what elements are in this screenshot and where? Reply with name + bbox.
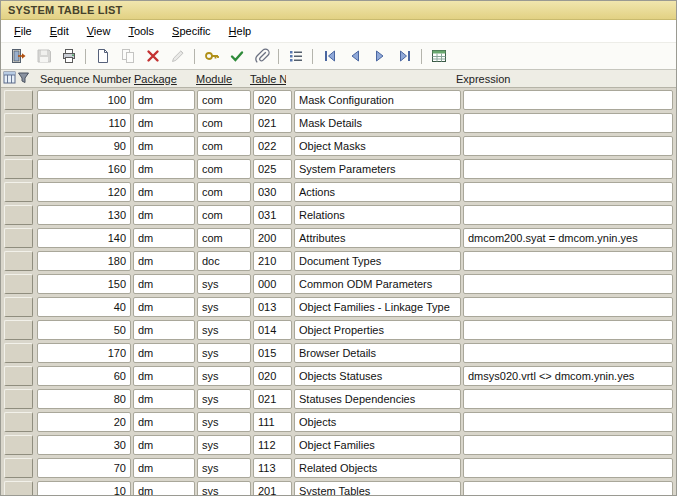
exit-button[interactable] <box>6 45 31 68</box>
cell-table-number[interactable]: 200 <box>253 228 292 248</box>
cell-module[interactable]: com <box>197 90 251 110</box>
cell-table-number[interactable]: 022 <box>253 136 292 156</box>
cell-table-number[interactable]: 020 <box>253 90 292 110</box>
cell-expression[interactable] <box>463 343 673 363</box>
cell-sequence-number[interactable]: 170 <box>37 343 131 363</box>
row-selector[interactable] <box>4 320 33 340</box>
cell-package[interactable]: dm <box>133 159 195 179</box>
cell-expression[interactable] <box>463 113 673 133</box>
cell-package[interactable]: dm <box>133 366 195 386</box>
column-header-package[interactable]: Package <box>131 73 193 85</box>
cell-package[interactable]: dm <box>133 274 195 294</box>
nav-next-button[interactable] <box>367 45 392 68</box>
cell-sequence-number[interactable]: 60 <box>37 366 131 386</box>
cell-module[interactable]: com <box>197 205 251 225</box>
cell-sequence-number[interactable]: 40 <box>37 297 131 317</box>
cell-table-number[interactable]: 111 <box>253 412 292 432</box>
key-button[interactable] <box>199 45 224 68</box>
column-header-module[interactable]: Module <box>193 73 247 85</box>
cell-table-number[interactable]: 025 <box>253 159 292 179</box>
cell-sequence-number[interactable]: 120 <box>37 182 131 202</box>
cell-expression[interactable]: dmcom200.syat = dmcom.ynin.yes <box>463 228 673 248</box>
cell-package[interactable]: dm <box>133 136 195 156</box>
cell-sequence-number[interactable]: 100 <box>37 90 131 110</box>
cell-expression[interactable] <box>463 297 673 317</box>
cell-package[interactable]: dm <box>133 435 195 455</box>
delete-button[interactable] <box>140 45 165 68</box>
menu-help[interactable]: Help <box>220 22 261 40</box>
column-header-sequence-number[interactable]: Sequence Number <box>37 73 131 85</box>
cell-table-name[interactable]: Object Families - Linkage Type <box>294 297 461 317</box>
cell-table-name[interactable]: Object Families <box>294 435 461 455</box>
cell-table-number[interactable]: 014 <box>253 320 292 340</box>
row-selector[interactable] <box>4 90 33 110</box>
cell-table-name[interactable]: Mask Details <box>294 113 461 133</box>
column-header-expression[interactable]: Expression <box>453 73 676 85</box>
cell-package[interactable]: dm <box>133 205 195 225</box>
cell-sequence-number[interactable]: 160 <box>37 159 131 179</box>
cell-table-name[interactable]: Objects Statuses <box>294 366 461 386</box>
cell-table-number[interactable]: 031 <box>253 205 292 225</box>
cell-sequence-number[interactable]: 50 <box>37 320 131 340</box>
cell-table-number[interactable]: 015 <box>253 343 292 363</box>
cell-package[interactable]: dm <box>133 343 195 363</box>
menu-tools[interactable]: Tools <box>119 22 163 40</box>
cell-expression[interactable]: dmsys020.vrtl <> dmcom.ynin.yes <box>463 366 673 386</box>
print-button[interactable] <box>56 45 81 68</box>
cell-module[interactable]: sys <box>197 389 251 409</box>
cell-package[interactable]: dm <box>133 481 195 496</box>
cell-module[interactable]: sys <box>197 274 251 294</box>
cell-table-name[interactable]: Mask Configuration <box>294 90 461 110</box>
grid-settings-icon[interactable] <box>3 71 16 86</box>
cell-table-name[interactable]: Object Properties <box>294 320 461 340</box>
cell-package[interactable]: dm <box>133 228 195 248</box>
cell-module[interactable]: com <box>197 182 251 202</box>
cell-table-number[interactable]: 201 <box>253 481 292 496</box>
cell-package[interactable]: dm <box>133 297 195 317</box>
cell-module[interactable]: doc <box>197 251 251 271</box>
row-selector[interactable] <box>4 251 33 271</box>
cell-expression[interactable] <box>463 251 673 271</box>
cell-module[interactable]: sys <box>197 366 251 386</box>
filter-icon[interactable] <box>17 71 30 86</box>
cell-expression[interactable] <box>463 412 673 432</box>
cell-expression[interactable] <box>463 435 673 455</box>
cell-table-name[interactable]: Objects <box>294 412 461 432</box>
cell-table-number[interactable]: 013 <box>253 297 292 317</box>
menu-file[interactable]: File <box>5 22 41 40</box>
cell-table-name[interactable]: Relations <box>294 205 461 225</box>
nav-prev-button[interactable] <box>342 45 367 68</box>
row-selector[interactable] <box>4 205 33 225</box>
cell-sequence-number[interactable]: 70 <box>37 458 131 478</box>
cell-package[interactable]: dm <box>133 113 195 133</box>
cell-sequence-number[interactable]: 80 <box>37 389 131 409</box>
cell-package[interactable]: dm <box>133 90 195 110</box>
attach-button[interactable] <box>249 45 274 68</box>
row-selector[interactable] <box>4 412 33 432</box>
cell-expression[interactable] <box>463 90 673 110</box>
cell-module[interactable]: sys <box>197 481 251 496</box>
cell-sequence-number[interactable]: 10 <box>37 481 131 496</box>
cell-module[interactable]: com <box>197 113 251 133</box>
menu-view[interactable]: View <box>78 22 120 40</box>
row-selector[interactable] <box>4 159 33 179</box>
cell-sequence-number[interactable]: 110 <box>37 113 131 133</box>
cell-sequence-number[interactable]: 150 <box>37 274 131 294</box>
cell-module[interactable]: sys <box>197 412 251 432</box>
row-selector[interactable] <box>4 297 33 317</box>
new-button[interactable] <box>90 45 115 68</box>
row-selector[interactable] <box>4 228 33 248</box>
row-selector[interactable] <box>4 435 33 455</box>
cell-package[interactable]: dm <box>133 458 195 478</box>
cell-expression[interactable] <box>463 159 673 179</box>
cell-module[interactable]: com <box>197 228 251 248</box>
row-selector[interactable] <box>4 481 33 496</box>
cell-sequence-number[interactable]: 180 <box>37 251 131 271</box>
menu-specific[interactable]: Specific <box>163 22 220 40</box>
cell-expression[interactable] <box>463 136 673 156</box>
row-selector[interactable] <box>4 274 33 294</box>
cell-table-name[interactable]: Related Objects <box>294 458 461 478</box>
cell-table-name[interactable]: Document Types <box>294 251 461 271</box>
cell-table-number[interactable]: 113 <box>253 458 292 478</box>
cell-expression[interactable] <box>463 389 673 409</box>
